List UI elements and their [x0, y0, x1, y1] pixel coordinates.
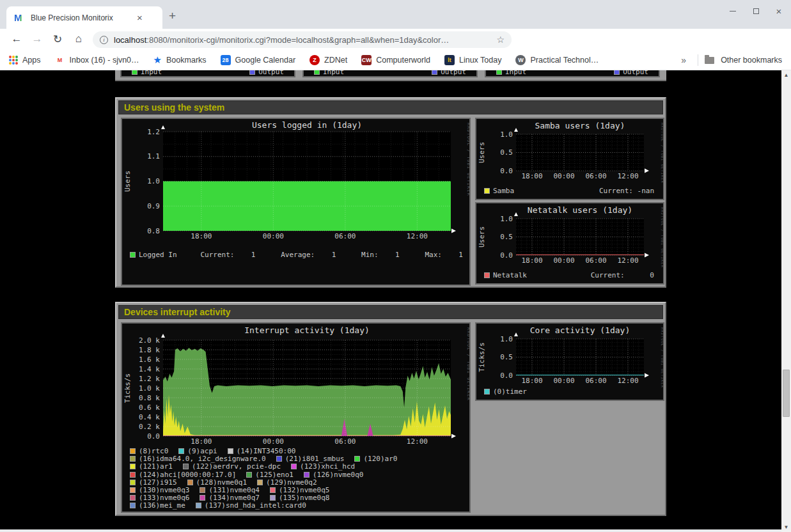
legend-swatch	[200, 487, 205, 493]
bookmark-apps[interactable]: Apps	[9, 56, 41, 65]
svg-text:Users: Users	[478, 226, 486, 247]
network-graph-cutoff-3[interactable]: InputOutput	[485, 70, 660, 77]
scrollbar-up-icon[interactable]: ▲	[781, 70, 791, 80]
tab-strip: M Blue Precision Monitorix × + ×	[0, 0, 791, 29]
svg-text:00:00: 00:00	[553, 377, 574, 385]
interrupt-legend-row: (124)ahci[0000:00:17.0](125)eno1(126)nvm…	[130, 471, 464, 479]
legend-swatch	[200, 495, 205, 501]
bookmarks-bar: AppsMInbox (16) - sjvn0…★Bookmarks28Goog…	[0, 50, 791, 70]
legend-swatch	[187, 480, 193, 485]
legend-swatch	[270, 495, 276, 501]
svg-text:RRDTOOL / TOBI OETIKER: RRDTOOL / TOBI OETIKER	[661, 123, 663, 183]
svg-text:12:00: 12:00	[407, 232, 428, 240]
svg-text:0.4 k: 0.4 k	[139, 413, 160, 421]
svg-text:06:00: 06:00	[585, 256, 606, 265]
svg-text:0.9: 0.9	[147, 202, 160, 210]
legend-item: (137)snd_hda_intel:card0	[196, 502, 306, 510]
legend-swatch	[130, 487, 136, 493]
svg-text:12:00: 12:00	[407, 437, 428, 446]
svg-text:0.5: 0.5	[500, 233, 513, 241]
scrollbar-thumb[interactable]	[783, 370, 790, 417]
bookmark-linux-today[interactable]: ltLinux Today	[444, 55, 502, 65]
bookmark-apps-label: Apps	[22, 56, 41, 65]
bookmark-inbox-label: Inbox (16) - sjvn0…	[70, 56, 139, 65]
maximize-button[interactable]	[749, 4, 763, 18]
address-bar[interactable]: i localhost:8080/monitorix-cgi/monitorix…	[93, 31, 512, 48]
folder-icon	[705, 57, 714, 64]
bookmark-google-calendar[interactable]: 28Google Calendar	[221, 55, 296, 65]
bookmarks-overflow-icon[interactable]: »	[681, 55, 686, 65]
users-logged-in-graph[interactable]: 18:0000:0006:0012:001.21.11.00.90.8Users…	[121, 118, 471, 286]
bookmarks-right: » Other bookmarks	[681, 50, 782, 70]
page-scrollbar[interactable]: ▲ ▼	[781, 70, 791, 532]
legend-item: (120)ar0	[354, 455, 397, 463]
interrupt-legend-row: (136)mei_me(137)snd_hda_intel:card0	[130, 502, 464, 510]
bookmark-computerworld[interactable]: CWComputerworld	[361, 55, 430, 65]
maximize-icon	[753, 8, 759, 14]
new-tab-button[interactable]: +	[169, 9, 176, 23]
svg-text:RRDTOOL / TOBI OETIKER: RRDTOOL / TOBI OETIKER	[466, 327, 469, 401]
legend-current-value: Current: -nan	[599, 187, 654, 195]
network-graph-cutoff-2[interactable]: InputOutput	[302, 70, 478, 77]
legend-swatch	[246, 472, 252, 478]
samba-legend: SambaCurrent: -nan	[484, 187, 654, 195]
netatalk-users-graph[interactable]: 18:0000:0006:0012:001.00.50.0Netatalk us…	[475, 202, 664, 285]
svg-text:Ticks/s: Ticks/s	[123, 373, 132, 403]
core-activity-graph[interactable]: 18:0000:0006:0012:001.00.50.0Core activi…	[475, 322, 664, 401]
other-bookmarks-button[interactable]: Other bookmarks	[721, 56, 782, 65]
svg-text:0.6 k: 0.6 k	[139, 403, 160, 412]
svg-text:0.0: 0.0	[147, 432, 160, 441]
bookmarks-list: AppsMInbox (16) - sjvn0…★Bookmarks28Goog…	[9, 50, 599, 70]
legend-item: Netatalk	[484, 271, 527, 279]
svg-text:06:00: 06:00	[585, 172, 606, 180]
netatalk-legend: NetatalkCurrent: 0	[484, 271, 654, 279]
users-legend: Logged InCurrent: 1 Average: 1 Min: 1 Ma…	[130, 251, 463, 259]
svg-text:12:00: 12:00	[617, 172, 638, 180]
legend-swatch	[496, 70, 502, 75]
legend-swatch	[484, 389, 490, 395]
bookmark-star-icon[interactable]: ☆	[496, 35, 505, 45]
legend-swatch	[484, 272, 490, 278]
legend-swatch	[304, 472, 309, 478]
bookmark-inbox[interactable]: MInbox (16) - sjvn0…	[55, 55, 139, 65]
svg-text:00:00: 00:00	[263, 437, 284, 446]
svg-text:1.4 k: 1.4 k	[139, 365, 160, 373]
svg-text:18:00: 18:00	[521, 172, 542, 180]
netatalk-users-chart: 18:0000:0006:0012:001.00.50.0Netatalk us…	[476, 203, 663, 267]
reload-button[interactable]: ↻	[49, 31, 66, 47]
home-button[interactable]: ⌂	[70, 31, 87, 47]
svg-text:12:00: 12:00	[617, 256, 638, 265]
site-info-icon[interactable]: i	[100, 36, 108, 44]
svg-text:1.0: 1.0	[500, 335, 513, 343]
network-graph-cutoff-1[interactable]: InputOutput	[120, 70, 295, 77]
legend-swatch	[314, 70, 320, 75]
bookmark-zdnet[interactable]: ZZDNet	[309, 55, 347, 65]
forward-button[interactable]: →	[29, 31, 45, 47]
browser-tab[interactable]: M Blue Precision Monitorix ×	[6, 6, 162, 29]
legend-item: Logged In	[130, 251, 200, 259]
samba-users-graph[interactable]: 18:0000:0006:0012:001.00.50.0Samba users…	[475, 118, 664, 200]
back-button[interactable]: ←	[8, 31, 25, 47]
svg-text:1.0: 1.0	[500, 215, 513, 223]
legend-swatch	[130, 480, 136, 485]
svg-text:18:00: 18:00	[521, 256, 542, 265]
section-users-title: Users using the system	[118, 100, 663, 114]
section-interrupts: Devices interrupt activity 18:0000:0006:…	[115, 302, 666, 516]
bookmark-practical-technology[interactable]: WPractical Technol…	[515, 55, 599, 65]
bookmark-bookmarks[interactable]: ★Bookmarks	[153, 54, 207, 66]
scrollbar-down-icon[interactable]: ▼	[781, 522, 791, 532]
window-bottom-edge	[0, 529, 781, 532]
minimize-button[interactable]	[726, 4, 740, 18]
legend-swatch	[614, 70, 620, 75]
interrupt-legend: (8)rtc0(9)acpi(14)INT3450:00(16)idma64.0…	[130, 448, 464, 510]
bookmark-practical-technology-label: Practical Technol…	[530, 56, 599, 65]
url-text: localhost:8080/monitorix-cgi/monitorix.c…	[114, 35, 491, 45]
legend-item: (124)ahci[0000:00:17.0]	[130, 471, 236, 479]
legend-swatch	[130, 252, 136, 258]
cutoff-legend: InputOutput	[304, 70, 476, 76]
interrupt-activity-graph[interactable]: 18:0000:0006:0012:002.0 k1.8 k1.6 k1.4 k…	[121, 322, 471, 513]
close-window-button[interactable]: ×	[772, 4, 786, 18]
tab-close-icon[interactable]: ×	[137, 12, 143, 23]
legend-item: Samba	[484, 187, 514, 195]
legend-swatch	[354, 456, 360, 462]
